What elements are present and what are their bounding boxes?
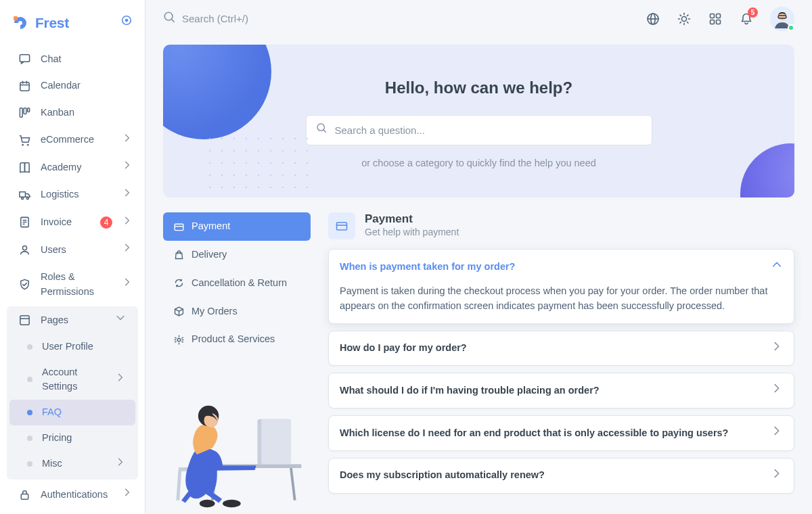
faq-illustration — [163, 374, 311, 509]
sidebar-subitem-user-profile[interactable]: User Profile — [7, 334, 138, 360]
sidebar-item-academy[interactable]: Academy — [0, 154, 145, 181]
chevron-right-icon — [122, 160, 133, 175]
bullet-icon — [27, 410, 32, 415]
sidebar-item-pages[interactable]: Pages — [7, 306, 138, 334]
sidebar-subitem-account-settings[interactable]: Account Settings — [7, 360, 138, 400]
faq-category-my-orders[interactable]: My Orders — [163, 298, 311, 326]
sidebar-item-calendar[interactable]: Calendar — [0, 72, 145, 99]
faq-question[interactable]: Does my subscription automatically renew… — [329, 459, 794, 493]
faq-category-delivery[interactable]: Delivery — [163, 241, 311, 269]
faq-search[interactable] — [306, 115, 652, 145]
chevron-right-icon — [771, 425, 783, 442]
search-icon — [163, 11, 175, 28]
chevron-right-icon — [122, 133, 133, 148]
refresh-icon — [173, 277, 185, 289]
faq-question-text: When is payment taken for my order? — [340, 260, 515, 275]
faq-question[interactable]: Which license do I need for an end produ… — [329, 416, 794, 450]
kanban-icon — [18, 106, 31, 120]
sidebar-item-users[interactable]: Users — [0, 236, 145, 264]
faq-question-text: Does my subscription automatically renew… — [340, 468, 545, 483]
brand-name: Frest — [35, 12, 69, 34]
sidebar-item-authentications[interactable]: Authentications — [0, 481, 145, 509]
sidebar-item-label: Roles & Permissions — [41, 270, 112, 300]
sidebar-item-label: Academy — [41, 160, 112, 175]
invoice-icon — [18, 216, 31, 229]
faq-category-product-services[interactable]: Product & Services — [163, 325, 311, 354]
faq-question[interactable]: What should I do if I'm having trouble p… — [329, 373, 794, 408]
faq-category-label: Payment — [191, 219, 230, 234]
global-search[interactable]: Search (Ctrl+/) — [163, 11, 248, 28]
hero-decor-dots — [204, 133, 312, 193]
chevron-right-icon — [122, 187, 133, 203]
pages-icon — [18, 314, 31, 327]
card-icon — [328, 212, 355, 239]
chevron-right-icon — [122, 487, 133, 503]
notification-badge: 5 — [748, 7, 758, 18]
sidebar-item-label: Authentications — [41, 488, 112, 503]
language-button[interactable] — [644, 10, 662, 28]
chevron-right-icon — [771, 467, 783, 484]
faq-item: How do I pay for my order? — [328, 331, 794, 367]
faq-question-text: What should I do if I'm having trouble p… — [340, 383, 600, 398]
faq-item: Does my subscription automatically renew… — [328, 458, 794, 494]
chevron-up-icon — [771, 258, 783, 275]
chevron-right-icon — [115, 372, 126, 388]
sidebar-subitem-faq[interactable]: FAQ — [9, 400, 135, 425]
faq-question-text: Which license do I need for an end produ… — [340, 426, 728, 441]
sidebar-subitem-pricing[interactable]: Pricing — [7, 425, 138, 451]
svg-point-59 — [223, 500, 241, 507]
brand[interactable]: Frest — [0, 7, 145, 46]
sidebar-item-ecommerce[interactable]: eCommerce — [0, 126, 145, 154]
faq-item: What should I do if I'm having trouble p… — [328, 373, 794, 408]
presence-dot — [788, 24, 794, 31]
sidebar-item-wizard-examples[interactable]: Wizard Examples — [0, 509, 145, 514]
faq-answer: Payment is taken during the checkout pro… — [329, 284, 794, 323]
lock-icon — [18, 488, 31, 502]
avatar[interactable] — [770, 7, 794, 31]
sidebar-item-label: Logistics — [41, 187, 112, 202]
apps-grid-button[interactable] — [706, 10, 724, 28]
chevron-down-icon — [115, 312, 126, 328]
sidebar-item-label: FAQ — [42, 405, 62, 420]
notifications-button[interactable]: 5 — [738, 10, 755, 28]
sidebar-item-invoice[interactable]: Invoice4 — [0, 209, 145, 237]
sidebar-item-chat[interactable]: Chat — [0, 46, 145, 73]
cart-icon — [18, 133, 31, 147]
chevron-right-icon — [771, 340, 783, 357]
users-icon — [18, 243, 31, 256]
sidebar-item-label: Calendar — [41, 78, 133, 93]
faq-category-label: Delivery — [191, 248, 227, 262]
help-hero: Hello, how can we help? or choose a cate… — [163, 45, 794, 197]
sidebar-subitem-misc[interactable]: Misc — [7, 451, 138, 477]
sidebar-item-kanban[interactable]: Kanban — [0, 99, 145, 126]
sidebar-item-label: Users — [41, 243, 112, 258]
faq-subheading: Get help with payment — [365, 225, 459, 239]
theme-toggle[interactable] — [675, 10, 693, 28]
shield-icon — [18, 278, 31, 291]
faq-item: Which license do I need for an end produ… — [328, 415, 794, 451]
svg-line-53 — [291, 468, 295, 500]
faq-category-cancellation-return[interactable]: Cancellation & Return — [163, 269, 311, 298]
faq-search-input[interactable] — [334, 124, 642, 137]
faq-question[interactable]: When is payment taken for my order? — [329, 250, 794, 284]
chevron-right-icon — [771, 382, 783, 399]
sidebar: Frest ChatCalendarKanbaneCommerceAcademy… — [0, 0, 145, 514]
bag-icon — [173, 249, 185, 261]
bullet-icon — [27, 436, 32, 441]
svg-rect-47 — [14, 16, 18, 20]
calendar-icon — [18, 79, 31, 93]
sidebar-item-label: eCommerce — [41, 133, 112, 147]
pin-icon[interactable] — [120, 14, 133, 31]
card-icon — [173, 220, 185, 233]
search-icon — [316, 122, 327, 138]
box-icon — [173, 305, 185, 317]
faq-question[interactable]: How do I pay for my order? — [329, 331, 794, 366]
faq-heading: Payment — [365, 213, 459, 226]
hero-decor-circle-left — [163, 45, 271, 139]
faq-category-payment[interactable]: Payment — [163, 212, 311, 241]
chat-icon — [18, 52, 31, 66]
faq-main: Payment Get help with payment When is pa… — [328, 212, 794, 514]
svg-rect-58 — [202, 416, 204, 421]
sidebar-item-logistics[interactable]: Logistics — [0, 181, 145, 209]
sidebar-item-roles-permissions[interactable]: Roles & Permissions — [0, 264, 145, 306]
